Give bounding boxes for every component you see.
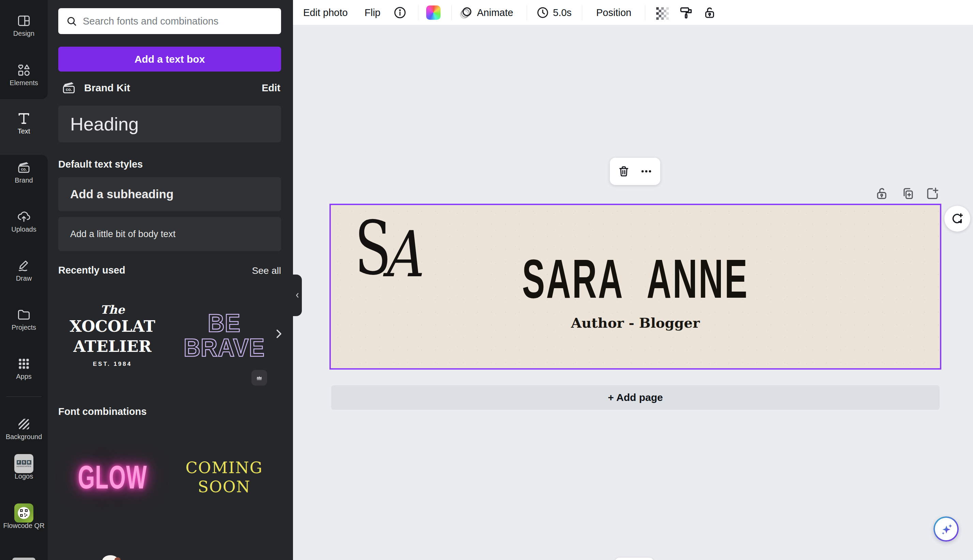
add-page-icon (925, 186, 940, 201)
comment-plus-icon (950, 212, 965, 226)
svg-text:co.: co. (21, 167, 27, 172)
chevron-left-icon (294, 292, 301, 299)
combo-glow[interactable]: GLOW (58, 433, 167, 521)
duplicate-icon (900, 186, 915, 201)
uploads-icon (17, 208, 31, 225)
sidebar-divider (6, 397, 42, 397)
brand-kit-icon: co. (61, 80, 77, 96)
sidebar-item-text[interactable]: Text (0, 110, 48, 144)
sidebar-item-background[interactable]: Background (0, 415, 48, 450)
copy-style-roller-icon[interactable] (679, 5, 694, 20)
body-text-style-label: Add a little bit of body text (70, 229, 175, 240)
sidebar-item-design[interactable]: Design (0, 12, 48, 46)
add-page-button[interactable]: + Add page (331, 385, 940, 410)
position-button[interactable]: Position (596, 0, 631, 25)
draw-icon (17, 257, 31, 274)
toolbar-separator (582, 5, 582, 20)
lock-page-button[interactable] (874, 186, 889, 201)
trash-icon (617, 165, 631, 178)
lock-icon[interactable] (703, 5, 717, 20)
body-text-style-tile[interactable]: Add a little bit of body text (58, 217, 281, 251)
text-icon (17, 110, 31, 127)
brand-kit-edit-link[interactable]: Edit (262, 82, 280, 94)
add-page-icon-button[interactable] (925, 186, 940, 201)
delete-button[interactable] (616, 162, 632, 181)
brand-kit-title: Brand Kit (84, 82, 130, 94)
subheading-style-tile[interactable]: Add a subheading (58, 177, 281, 211)
more-options-button[interactable] (638, 162, 655, 181)
design-title-text[interactable]: SARA ANNE (331, 251, 940, 306)
sidebar-item-flowcode-qr[interactable]: Flowcode QR (0, 505, 48, 538)
animate-button[interactable]: Animate (477, 0, 513, 25)
design-icon (17, 12, 31, 29)
sidebar-item-projects[interactable]: Projects (0, 306, 48, 340)
recently-used-label: Recently used (58, 265, 125, 276)
sidebar-item-draw[interactable]: Draw (0, 257, 48, 291)
animate-icon[interactable] (459, 5, 473, 20)
lock-open-icon (874, 186, 889, 201)
pro-crown-badge (252, 370, 267, 386)
design-page[interactable]: S A SARA ANNE Author - Blogger (330, 204, 941, 370)
canva-editor: Design Elements Text co. Brand Uploads (0, 0, 973, 560)
flowcode-qr-thumbnail (14, 505, 33, 522)
heading-style-label: Heading (70, 113, 139, 135)
crown-icon (255, 374, 263, 382)
sidebar: Design Elements Text co. Brand Uploads (0, 0, 48, 560)
chevron-right-icon (273, 328, 285, 340)
partial-thumbnail[interactable] (102, 555, 118, 560)
context-toolbar: Edit photo Flip Animate 5.0s Position (293, 0, 973, 25)
transparency-icon[interactable] (655, 5, 669, 20)
flip-button[interactable]: Flip (365, 0, 380, 25)
combo-coming-soon[interactable]: COMING SOON (170, 433, 278, 521)
svg-text:co.: co. (66, 87, 72, 92)
duration-button[interactable]: 5.0s (553, 0, 571, 25)
sidebar-item-apps[interactable]: Apps (0, 355, 48, 389)
default-text-styles-label: Default text styles (58, 159, 143, 170)
sidebar-item-elements[interactable]: Elements (0, 62, 48, 96)
duration-clock-icon[interactable] (536, 6, 550, 19)
recent-style-xocolat-atelier[interactable]: The XOCOLAT ATELIER EST. 1984 (58, 284, 167, 386)
ellipsis-icon (640, 165, 653, 178)
carousel-next-button[interactable] (273, 328, 285, 340)
font-search (58, 8, 281, 34)
brand-icon: co. (17, 159, 31, 176)
magic-assistant-button[interactable] (933, 517, 959, 542)
sidebar-partial-thumbnail[interactable] (12, 558, 35, 560)
text-panel: Add a text box co. Brand Kit Edit Headin… (48, 0, 293, 560)
subheading-style-label: Add a subheading (70, 187, 173, 201)
element-floating-toolbar (610, 158, 660, 185)
toolbar-separator (645, 5, 645, 20)
add-comment-button[interactable] (945, 206, 970, 232)
panel-collapse-handle[interactable] (293, 275, 302, 316)
sidebar-item-logos[interactable]: FSB ASSOCIATES Logos (0, 455, 48, 489)
recent-style-be-brave[interactable]: BE BRAVE (170, 284, 278, 386)
font-combinations-label: Font combinations (58, 406, 147, 417)
add-text-box-button[interactable]: Add a text box (58, 47, 281, 72)
search-input[interactable] (83, 16, 273, 27)
projects-icon (17, 306, 31, 323)
sparkles-icon (939, 522, 954, 537)
elements-icon (17, 62, 31, 79)
sidebar-item-brand[interactable]: co. Brand (0, 159, 48, 193)
heading-style-tile[interactable]: Heading (58, 106, 281, 142)
search-icon (66, 15, 77, 27)
brand-kit-row: co. Brand Kit Edit (58, 79, 281, 97)
duplicate-page-button[interactable] (900, 186, 915, 201)
bottom-controls-pill[interactable] (615, 558, 654, 560)
background-icon (17, 415, 31, 433)
design-subtitle-text[interactable]: Author - Blogger (331, 315, 940, 331)
toolbar-separator (418, 5, 418, 20)
toolbar-separator (452, 5, 452, 20)
logos-thumbnail: FSB ASSOCIATES (14, 455, 33, 472)
info-icon[interactable] (393, 6, 407, 19)
see-all-link[interactable]: See all (252, 265, 281, 276)
sidebar-item-uploads[interactable]: Uploads (0, 208, 48, 242)
color-swatch-button[interactable] (426, 5, 440, 20)
apps-icon (17, 355, 31, 372)
edit-photo-button[interactable]: Edit photo (303, 0, 348, 25)
